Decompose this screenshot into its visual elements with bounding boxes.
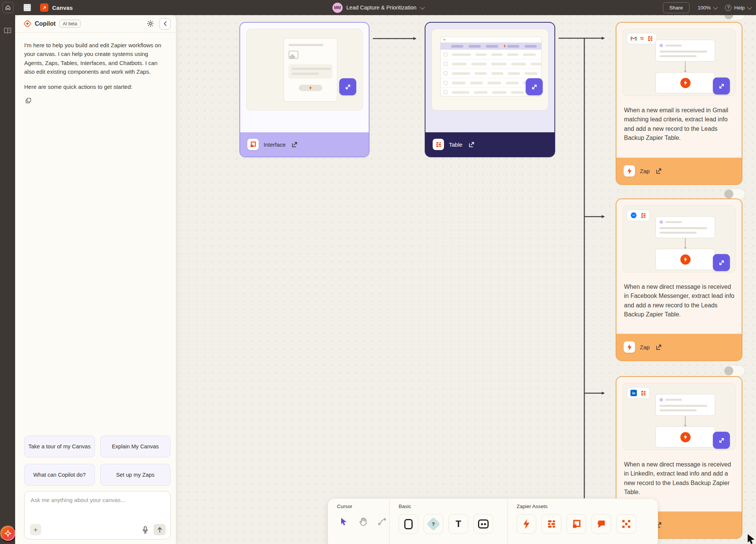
home-icon	[5, 5, 11, 11]
section-label: Basic	[399, 504, 507, 509]
copilot-logo-icon	[23, 20, 31, 28]
canvas-logo-icon	[40, 3, 48, 12]
copilot-input[interactable]	[31, 497, 165, 520]
trigger-step-skeleton	[655, 40, 715, 62]
step-connector	[685, 416, 686, 426]
zapier-interfaces-icon	[571, 519, 581, 529]
app-icons-chip: in	[627, 387, 650, 399]
quick-action-tour[interactable]: Take a tour of my Canvas	[24, 436, 95, 457]
help-diamond-tool[interactable]: ?	[424, 514, 443, 534]
expand-button[interactable]	[339, 78, 356, 95]
app-title: Canvas	[52, 5, 73, 11]
table-asset-tool[interactable]	[542, 514, 561, 534]
share-button[interactable]: Share	[663, 2, 689, 13]
cursor-arrow-icon	[340, 517, 348, 526]
interface-footer: Interface	[240, 132, 369, 157]
zap-card-messenger[interactable]: When a new direct message is received in…	[616, 198, 742, 361]
connector-tool[interactable]	[375, 514, 389, 529]
connector-curve-icon	[378, 518, 387, 526]
linkedin-icon: in	[630, 390, 637, 396]
node-leads-backup[interactable]: Leads Backup Table	[425, 22, 555, 157]
copy-icon[interactable]	[24, 96, 33, 105]
shape-tool[interactable]	[399, 514, 418, 534]
zoom-control[interactable]: 100%	[698, 5, 717, 11]
copilot-header: Copilot AI beta	[15, 15, 176, 33]
mouse-cursor	[747, 533, 756, 544]
messenger-icon	[630, 212, 637, 219]
chatbot-asset-tool[interactable]	[591, 514, 611, 534]
text-tool-icon: T	[456, 519, 461, 529]
text-tool[interactable]: T	[449, 514, 468, 534]
copilot-body: I'm here to help you build and edit Zapi…	[15, 33, 176, 105]
zoom-level: 100%	[698, 5, 711, 11]
expand-button[interactable]	[713, 254, 730, 271]
table-icon	[433, 139, 444, 150]
zap-description: When a new direct message is received in…	[624, 282, 735, 319]
external-link-icon[interactable]	[655, 343, 663, 351]
library-book-icon[interactable]	[4, 27, 11, 36]
top-bar: Canvas MM Lead Capture & Prioritization …	[0, 0, 756, 15]
expand-icon	[344, 83, 352, 91]
zapier-tables-icon	[640, 390, 646, 396]
apps-grid-icon[interactable]	[23, 4, 31, 11]
zap-toggle-knob[interactable]	[723, 188, 745, 200]
zapier-chatbots-icon	[596, 519, 606, 529]
attach-plus-button[interactable]: +	[30, 524, 41, 535]
email-parser-icon: ≈	[640, 36, 644, 41]
section-label: Cursor	[337, 504, 389, 509]
quick-action-what-can-copilot-do[interactable]: What can Copilot do?	[24, 464, 95, 486]
project-title[interactable]: Lead Capture & Prioritization	[346, 5, 416, 11]
settings-gear-icon[interactable]	[145, 19, 155, 29]
zapier-tables-icon	[647, 36, 653, 42]
copilot-fab-button[interactable]	[0, 525, 16, 542]
help-menu[interactable]: ? Help	[725, 5, 751, 11]
hand-icon	[359, 517, 367, 526]
sparkle-icon	[4, 529, 12, 538]
external-link-icon[interactable]	[290, 141, 298, 149]
expand-button[interactable]	[713, 77, 730, 95]
copilot-intro-text: I'm here to help you build and edit Zapi…	[24, 41, 167, 76]
quick-action-explain[interactable]: Explain My Canvas	[100, 436, 171, 457]
knob-ball	[724, 189, 733, 198]
interface-preview	[246, 29, 363, 110]
node-website-lead-form[interactable]: Website Lead Form Interface	[239, 22, 369, 157]
agent-asset-tool[interactable]	[616, 514, 636, 534]
collapse-panel-button[interactable]	[159, 18, 171, 29]
external-link-icon[interactable]	[467, 141, 475, 149]
avatar[interactable]: MM	[332, 3, 343, 13]
quick-actions: Take a tour of my Canvas Explain My Canv…	[24, 436, 171, 486]
copilot-title: Copilot	[35, 20, 56, 27]
knob-ball	[724, 366, 733, 375]
quick-action-setup-zaps[interactable]: Set up my Zaps	[100, 464, 171, 486]
hand-pan-tool[interactable]	[356, 514, 370, 529]
toolbar-section-basic: Basic ? T	[389, 499, 507, 544]
form-submit-skeleton	[299, 85, 322, 91]
chevron-down-icon[interactable]	[420, 5, 425, 9]
external-link-icon[interactable]	[655, 167, 663, 175]
left-rail	[0, 15, 15, 544]
zap-card-gmail[interactable]: ≈	[616, 22, 742, 185]
table-footer: Table	[425, 132, 554, 157]
select-cursor-tool[interactable]	[337, 514, 351, 529]
home-button[interactable]	[2, 2, 14, 13]
trigger-step-skeleton	[655, 394, 715, 416]
send-button[interactable]	[154, 524, 166, 535]
interface-asset-tool[interactable]	[567, 514, 586, 534]
microphone-icon[interactable]	[141, 525, 150, 535]
expand-button[interactable]	[526, 78, 543, 95]
zap-asset-tool[interactable]	[517, 514, 536, 534]
zap-bolt-icon	[523, 519, 530, 529]
zapier-agents-icon	[621, 519, 631, 529]
copilot-input-box: +	[24, 491, 171, 539]
toolbar-section-cursor: Cursor	[328, 499, 389, 544]
zapier-tables-icon	[546, 519, 556, 529]
frame-tool[interactable]	[473, 514, 493, 534]
node-type-label: Zap	[640, 344, 650, 350]
zap-toggle-knob[interactable]	[723, 365, 745, 377]
expand-button[interactable]	[713, 432, 730, 449]
zap-preview: in	[622, 383, 736, 450]
table-preview	[432, 29, 548, 110]
trigger-step-skeleton	[655, 216, 715, 238]
step-connector	[685, 238, 686, 249]
help-label: Help	[734, 5, 745, 11]
